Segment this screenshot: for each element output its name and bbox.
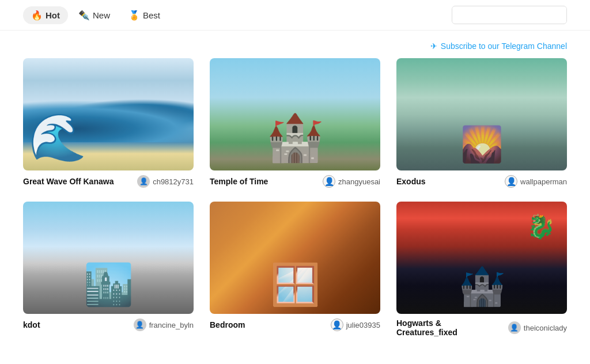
card-meta-kdot: kdot 👤 francine_byln	[23, 318, 194, 331]
author-name-hogwarts: theiconiclady	[524, 324, 567, 332]
card-image-kdot	[23, 202, 194, 314]
card-hogwarts[interactable]: Hogwarts & Creatures_fixed 👤 theiconicla…	[396, 202, 567, 337]
card-meta-great-wave: Great Wave Off Kanawa 👤 ch9812y731	[23, 175, 194, 188]
avatar-circle-bedroom: 👤	[331, 318, 343, 331]
card-author-hogwarts: 👤 theiconiclady	[508, 321, 567, 334]
avatar-circle-exodus: 👤	[505, 175, 517, 188]
nav-tabs: 🔥 Hot ✒️ New 🏅 Best	[23, 6, 447, 24]
hot-icon: 🔥	[31, 10, 43, 21]
card-author-exodus: 👤 wallpaperman	[505, 175, 567, 188]
card-exodus[interactable]: Exodus 👤 wallpaperman	[396, 58, 567, 188]
author-name-great-wave: ch9812y731	[153, 177, 194, 186]
search-input[interactable]	[452, 7, 565, 23]
avatar-great-wave: 👤	[137, 175, 150, 188]
card-image-great-wave	[23, 58, 194, 170]
search-button[interactable]	[565, 6, 567, 24]
card-title-kdot: kdot	[23, 320, 129, 329]
card-image-temple	[210, 58, 380, 170]
tab-hot[interactable]: 🔥 Hot	[23, 6, 68, 24]
author-name-exodus: wallpaperman	[520, 177, 567, 186]
card-author-great-wave: 👤 ch9812y731	[137, 175, 194, 188]
card-title-temple: Temple of Time	[210, 177, 318, 186]
card-grid: Great Wave Off Kanawa 👤 ch9812y731 Templ…	[23, 58, 567, 337]
author-name-temple: zhangyuesai	[338, 177, 380, 186]
tab-best[interactable]: 🏅 Best	[120, 6, 168, 24]
tab-hot-label: Hot	[46, 10, 60, 20]
author-name-bedroom: julie03935	[346, 321, 380, 329]
telegram-icon: ✈	[430, 41, 437, 51]
avatar-circle-temple: 👤	[323, 175, 335, 188]
card-title-hogwarts: Hogwarts & Creatures_fixed	[396, 318, 504, 337]
card-title-exodus: Exodus	[396, 177, 500, 186]
card-title-bedroom: Bedroom	[210, 320, 326, 329]
card-image-hogwarts	[396, 202, 567, 314]
card-meta-temple: Temple of Time 👤 zhangyuesai	[210, 175, 380, 188]
telegram-link[interactable]: ✈ Subscribe to our Telegram Channel	[430, 41, 567, 51]
card-meta-hogwarts: Hogwarts & Creatures_fixed 👤 theiconicla…	[396, 318, 567, 337]
avatar-hogwarts: 👤	[508, 321, 521, 334]
card-image-exodus	[396, 58, 567, 170]
card-great-wave[interactable]: Great Wave Off Kanawa 👤 ch9812y731	[23, 58, 194, 188]
card-image-bedroom	[210, 202, 380, 314]
main-content: ✈ Subscribe to our Telegram Channel Grea…	[0, 31, 590, 360]
card-bedroom[interactable]: Bedroom 👤 julie03935	[210, 202, 380, 337]
avatar-kdot: 👤	[134, 318, 146, 331]
new-icon: ✒️	[78, 10, 90, 21]
best-icon: 🏅	[128, 10, 140, 21]
tab-new[interactable]: ✒️ New	[70, 6, 118, 24]
header: 🔥 Hot ✒️ New 🏅 Best	[0, 0, 590, 31]
tab-new-label: New	[93, 10, 110, 20]
card-kdot[interactable]: kdot 👤 francine_byln	[23, 202, 194, 337]
card-author-bedroom: 👤 julie03935	[331, 318, 380, 331]
search-box	[452, 6, 567, 24]
card-meta-bedroom: Bedroom 👤 julie03935	[210, 318, 380, 331]
card-meta-exodus: Exodus 👤 wallpaperman	[396, 175, 567, 188]
card-author-kdot: 👤 francine_byln	[134, 318, 194, 331]
telegram-banner: ✈ Subscribe to our Telegram Channel	[23, 31, 567, 58]
tab-best-label: Best	[143, 10, 160, 20]
card-author-temple: 👤 zhangyuesai	[323, 175, 380, 188]
card-temple[interactable]: Temple of Time 👤 zhangyuesai	[210, 58, 380, 188]
card-title-great-wave: Great Wave Off Kanawa	[23, 177, 133, 186]
telegram-label: Subscribe to our Telegram Channel	[441, 41, 567, 51]
author-name-kdot: francine_byln	[149, 321, 194, 329]
